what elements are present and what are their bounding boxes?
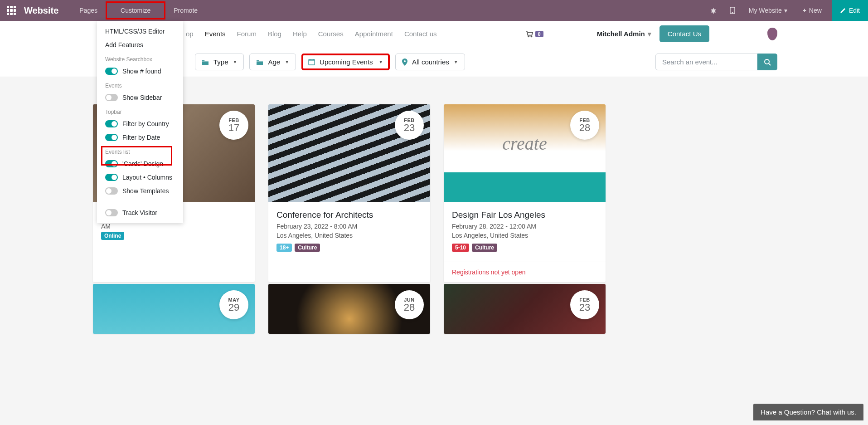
filter-type-dropdown[interactable]: Type ▼ (195, 54, 244, 70)
menu-pages[interactable]: Pages (72, 1, 105, 20)
event-date-badge: FEB 23 (395, 111, 424, 140)
event-day: 17 (228, 123, 239, 133)
cart-icon (525, 30, 533, 38)
admin-topbar: Website Pages Customize Promote My Websi… (0, 0, 868, 21)
event-tags: 18+ Culture (276, 244, 422, 252)
tag-culture: Culture (295, 244, 320, 252)
contact-us-button[interactable]: Contact Us (659, 25, 709, 42)
cart[interactable]: 0 (525, 30, 543, 38)
plus-icon: + (803, 7, 806, 14)
dd-layout-columns[interactable]: Layout • Columns (97, 171, 183, 184)
svg-point-0 (712, 9, 715, 13)
bug-icon[interactable] (705, 3, 722, 18)
event-tags: Online (101, 232, 247, 240)
event-card[interactable]: FEB 28 Design Fair Los Angeles February … (444, 104, 606, 282)
mobile-icon[interactable] (725, 3, 740, 18)
event-notice: Registrations not yet open (444, 262, 606, 282)
event-date-badge: FEB 23 (570, 290, 599, 319)
dd-filter-country[interactable]: Filter by Country (97, 117, 183, 131)
search-input[interactable] (655, 54, 757, 70)
event-date-badge: MAY 29 (219, 290, 248, 319)
event-location: Los Angeles, United States (276, 232, 422, 239)
dd-cards-design[interactable]: 'Cards' Design (97, 157, 183, 171)
search-button[interactable] (757, 54, 777, 70)
event-title: Conference for Architects (276, 210, 422, 220)
folder-icon (256, 59, 263, 65)
event-location: Los Angeles, United States (452, 232, 597, 239)
dd-show-sidebar[interactable]: Show Sidebar (97, 91, 183, 104)
event-card[interactable]: JUN 28 (268, 284, 430, 334)
toggle-icon[interactable] (105, 94, 118, 101)
toggle-icon[interactable] (105, 68, 118, 75)
my-website-label: My Website (749, 7, 782, 14)
toggle-icon[interactable] (105, 187, 118, 195)
filter-age-dropdown[interactable]: Age ▼ (249, 54, 296, 70)
topbar-menu: Pages Customize Promote (72, 1, 205, 20)
dd-label: Layout • Columns (122, 174, 172, 181)
logo-drop-icon (767, 28, 777, 40)
filter-type-label: Type (213, 58, 228, 66)
dd-show-templates[interactable]: Show Templates (97, 184, 183, 198)
tag-age: 18+ (276, 244, 292, 252)
toggle-icon[interactable] (105, 160, 118, 167)
site-header-right: 0 Mitchell Admin ▾ Contact Us (525, 25, 777, 42)
event-body: Conference for Architects February 23, 2… (268, 202, 430, 262)
folder-icon (202, 59, 209, 65)
dd-add-features[interactable]: Add Features (97, 38, 183, 52)
dd-group-events: Events (97, 78, 183, 91)
svg-rect-5 (309, 59, 315, 65)
events-grid-row2: MAY 29 JUN 28 FEB 23 (0, 284, 868, 352)
new-button[interactable]: + New (796, 3, 828, 18)
site-nav: op Events Forum Blog Help Courses Appoin… (186, 30, 437, 38)
event-day: 23 (579, 303, 590, 313)
menu-customize[interactable]: Customize (106, 1, 165, 20)
apps-icon[interactable] (7, 6, 16, 15)
nav-shop[interactable]: op (186, 30, 194, 38)
menu-promote[interactable]: Promote (166, 1, 205, 20)
brand[interactable]: Website (24, 5, 58, 16)
filter-date-label: Upcoming Events (320, 58, 373, 66)
dd-filter-date[interactable]: Filter by Date (97, 131, 183, 144)
topbar-right: My Website ▾ + New Edit (705, 0, 861, 21)
nav-contact[interactable]: Contact us (404, 30, 437, 38)
dd-label: Track Visitor (122, 209, 157, 216)
event-day: 28 (579, 123, 590, 133)
nav-appointment[interactable]: Appointment (355, 30, 393, 38)
nav-help[interactable]: Help (293, 30, 307, 38)
new-label: New (809, 7, 822, 14)
event-datetime: February 23, 2022 - 8:00 AM (276, 223, 422, 230)
dd-label: Show Templates (122, 187, 169, 195)
filter-date-dropdown[interactable]: Upcoming Events ▼ (301, 54, 390, 70)
nav-events[interactable]: Events (205, 30, 226, 38)
my-website-dropdown[interactable]: My Website ▾ (743, 3, 793, 18)
tag-culture: Culture (472, 244, 497, 252)
dd-show-found[interactable]: Show # found (97, 64, 183, 78)
toggle-icon[interactable] (105, 120, 118, 127)
filter-age-label: Age (268, 58, 280, 66)
event-card[interactable]: MAY 29 (93, 284, 255, 334)
toggle-icon[interactable] (105, 209, 118, 216)
event-card[interactable]: FEB 23 Conference for Architects Februar… (268, 104, 430, 282)
map-pin-icon (402, 59, 407, 66)
nav-courses[interactable]: Courses (318, 30, 344, 38)
toggle-icon[interactable] (105, 134, 118, 141)
chevron-down-icon: ▾ (784, 7, 787, 14)
user-dropdown[interactable]: Mitchell Admin ▾ (597, 30, 651, 38)
nav-blog[interactable]: Blog (268, 30, 281, 38)
dd-html-editor[interactable]: HTML/CSS/JS Editor (97, 24, 183, 38)
dd-group-topbar: Topbar (97, 104, 183, 117)
filter-country-dropdown[interactable]: All countries ▼ (395, 54, 465, 70)
nav-forum[interactable]: Forum (237, 30, 257, 38)
toggle-icon[interactable] (105, 174, 118, 181)
event-day: 28 (404, 303, 415, 313)
svg-point-4 (531, 36, 532, 37)
chevron-down-icon: ▼ (285, 59, 289, 64)
event-image: FEB 23 (268, 104, 430, 202)
dd-track-visitor[interactable]: Track Visitor (97, 202, 183, 220)
event-card[interactable]: FEB 23 (444, 284, 606, 334)
pencil-icon (840, 7, 846, 14)
topbar-left: Website Pages Customize Promote (7, 1, 205, 20)
svg-point-6 (765, 59, 769, 64)
edit-button[interactable]: Edit (832, 0, 868, 21)
chevron-down-icon: ▼ (378, 59, 383, 64)
